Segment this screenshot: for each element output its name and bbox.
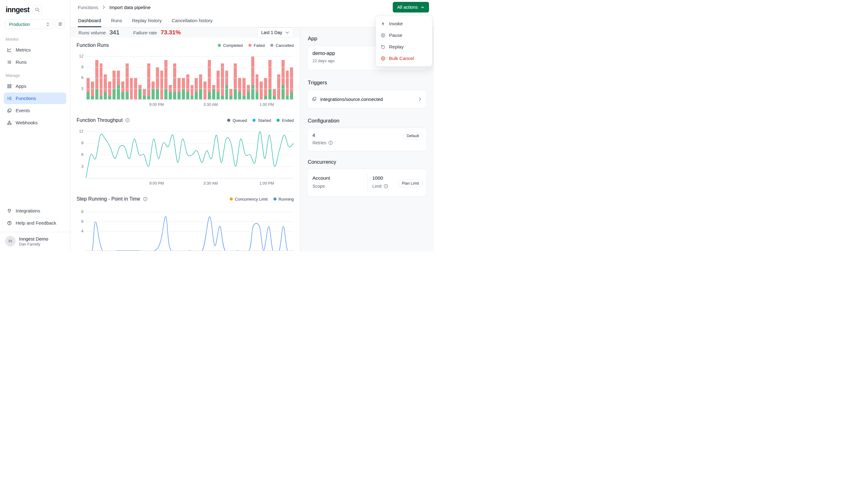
menu-item-invoke[interactable]: Invoke	[376, 18, 432, 29]
user-org: Inngest Demo	[19, 236, 48, 242]
user-menu[interactable]: IN Inngest Demo Dan Farrelly	[0, 232, 70, 252]
scope-value: Account	[312, 175, 362, 181]
plug-icon	[7, 208, 12, 213]
concurrency-scope: Account Scope	[308, 174, 367, 191]
apps-icon	[7, 84, 12, 89]
scope-label: Scope	[312, 184, 362, 189]
bolt-icon	[381, 21, 385, 26]
charts-column: Runs volume 341 Failure rate 73.31% Last…	[70, 28, 300, 252]
replay-icon	[381, 44, 385, 49]
legend-started[interactable]: Started	[252, 118, 271, 123]
sliders-icon	[58, 22, 63, 27]
sidebar-item-integrations[interactable]: Integrations	[4, 205, 66, 216]
trigger-row[interactable]: integrations/source.connected	[307, 90, 427, 109]
info-icon[interactable]	[125, 118, 130, 123]
inngest-dashboard: inngest Production Monitor Metrics Runs	[0, 0, 434, 252]
step-running-card: Step Running - Point in Time Concurrency…	[70, 191, 300, 252]
concurrency-card: Account Scope 1000 Limit Plan Limit	[307, 169, 427, 196]
ended-dot	[277, 119, 280, 122]
info-icon[interactable]	[143, 196, 148, 202]
concurrency-limit-dot	[230, 197, 233, 201]
step-running-chart	[86, 212, 294, 250]
nav-section-manage: Manage	[4, 69, 66, 80]
failure-rate-stat: Failure rate 73.31%	[133, 29, 180, 36]
chevron-right-icon	[417, 96, 422, 102]
legend-failed[interactable]: Failed	[248, 43, 265, 48]
triggers-heading: Triggers	[308, 80, 426, 86]
concurrency-heading: Concurrency	[308, 159, 426, 165]
sidebar-nav: Monitor Metrics Runs Manage Apps Functio…	[0, 30, 70, 131]
search-button[interactable]	[32, 5, 42, 14]
retries-label: Retries	[312, 140, 422, 145]
sidebar-item-apps[interactable]: Apps	[4, 80, 66, 92]
queued-dot	[227, 119, 230, 122]
tab-replay-history[interactable]: Replay history	[132, 14, 162, 27]
nav-section-monitor: Monitor	[4, 32, 66, 43]
sidebar-item-help[interactable]: Help and Feedback	[4, 217, 66, 229]
event-icon	[312, 96, 317, 102]
step-running-legend: Concurrency Limit Running	[230, 197, 294, 202]
all-actions-button[interactable]: All actions	[393, 2, 429, 12]
runs-volume-stat: Runs volume 341	[79, 29, 120, 36]
concurrency-limit: 1000 Limit Plan Limit	[367, 174, 427, 191]
sidebar-item-events[interactable]: Events	[4, 105, 66, 116]
retries-card: 4 Retries Default	[307, 128, 427, 151]
trigger-event-name: integrations/source.connected	[320, 96, 414, 102]
function-runs-card: Function Runs Completed Failed Cancelled	[70, 38, 300, 112]
chevron-up-down-icon	[45, 22, 50, 27]
inngest-logo: inngest	[6, 6, 29, 14]
breadcrumb: Functions Import data pipeline	[78, 5, 151, 10]
function-runs-chart: 9:00 PM3:30 AM1:00 PM	[86, 56, 294, 99]
chevron-up-icon	[421, 5, 425, 9]
chevron-down-icon	[285, 30, 290, 35]
failed-dot	[248, 44, 251, 47]
menu-item-bulk-cancel[interactable]: Bulk Cancel	[376, 52, 432, 64]
runs-volume-value: 341	[110, 29, 120, 36]
user-name: Dan Farrelly	[19, 242, 48, 246]
sidebar-item-functions[interactable]: Functions	[4, 92, 66, 104]
tab-runs[interactable]: Runs	[111, 14, 122, 27]
all-actions-menu: Invoke Pause Replay Bulk Cancel	[375, 15, 432, 66]
legend-cancelled[interactable]: Cancelled	[270, 43, 294, 48]
cancelled-dot	[270, 44, 273, 47]
running-dot	[273, 197, 277, 201]
breadcrumb-functions[interactable]: Functions	[78, 5, 98, 10]
pause-icon	[381, 33, 385, 38]
sidebar: inngest Production Monitor Metrics Runs	[0, 0, 70, 252]
sidebar-footer: Integrations Help and Feedback	[0, 204, 70, 232]
search-icon	[35, 7, 40, 12]
environment-label: Production	[9, 22, 30, 27]
started-dot	[252, 119, 256, 122]
x-circle-icon	[381, 56, 385, 61]
step-running-title: Step Running - Point in Time	[76, 196, 148, 202]
plan-limit-badge: Plan Limit	[398, 179, 423, 187]
sidebar-item-webhooks[interactable]: Webhooks	[4, 117, 66, 129]
function-throughput-card: Function Throughput Queued Started	[70, 112, 300, 191]
menu-item-replay[interactable]: Replay	[376, 41, 432, 52]
help-icon	[7, 220, 12, 226]
tab-cancellation-history[interactable]: Cancellation history	[171, 14, 213, 27]
sidebar-item-metrics[interactable]: Metrics	[4, 44, 66, 55]
legend-completed[interactable]: Completed	[218, 43, 243, 48]
avatar: IN	[5, 236, 16, 246]
functions-icon	[7, 96, 12, 101]
environment-select[interactable]: Production	[5, 19, 53, 29]
breadcrumb-current: Import data pipeline	[109, 5, 151, 10]
info-icon[interactable]	[383, 184, 389, 189]
sidebar-item-runs[interactable]: Runs	[4, 56, 66, 68]
function-throughput-legend: Queued Started Ended	[227, 118, 294, 123]
events-icon	[7, 108, 12, 113]
legend-queued[interactable]: Queued	[227, 118, 247, 123]
environment-settings-button[interactable]	[55, 19, 65, 29]
metrics-icon	[7, 48, 12, 52]
legend-ended[interactable]: Ended	[277, 118, 294, 123]
legend-concurrency-limit[interactable]: Concurrency Limit	[230, 197, 268, 202]
function-throughput-title: Function Throughput	[76, 117, 130, 123]
failure-rate-value: 73.31%	[161, 29, 180, 36]
tab-dashboard[interactable]: Dashboard	[78, 14, 101, 27]
function-throughput-chart: 9:00 PM3:30 AM1:00 PM	[86, 131, 294, 178]
menu-item-pause[interactable]: Pause	[376, 29, 432, 41]
info-icon[interactable]	[328, 140, 333, 145]
legend-running[interactable]: Running	[273, 197, 294, 202]
time-range-select[interactable]: Last 1 Day	[257, 28, 294, 38]
